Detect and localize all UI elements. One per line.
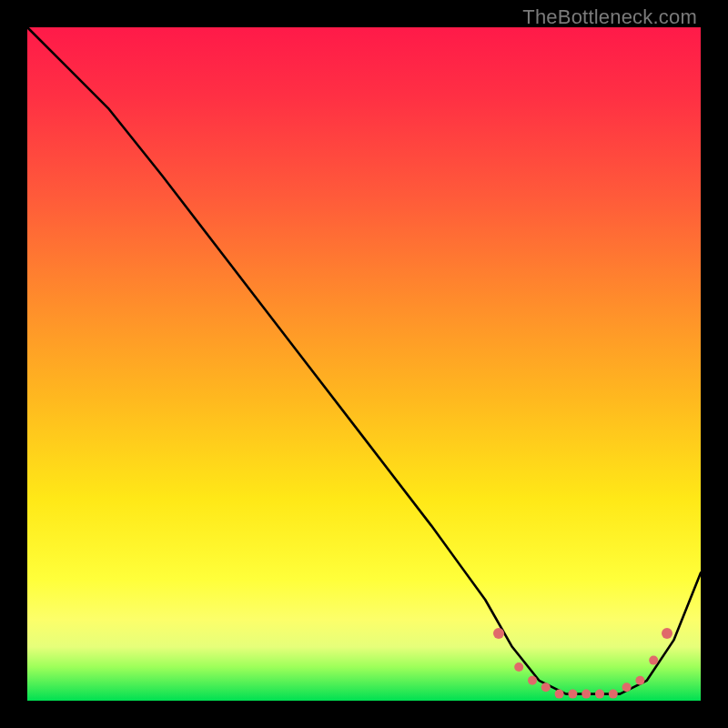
marker-dot — [528, 676, 537, 685]
curve-layer — [27, 27, 701, 694]
marker-dot — [649, 656, 658, 665]
chart-svg — [27, 27, 701, 701]
marker-points — [493, 628, 672, 699]
marker-dot — [555, 690, 564, 699]
marker-dot — [595, 690, 604, 699]
marker-dot — [514, 662, 523, 672]
marker-dot — [622, 682, 632, 692]
marker-dot — [541, 682, 551, 692]
plot-area — [27, 27, 701, 701]
marker-dot — [662, 628, 672, 639]
bottleneck-curve — [27, 27, 701, 694]
chart-frame: TheBottleneck.com — [0, 0, 728, 728]
watermark-label: TheBottleneck.com — [522, 5, 697, 29]
marker-dot — [568, 690, 577, 699]
marker-dot — [635, 676, 644, 685]
marker-dot — [609, 690, 618, 699]
marker-dot — [581, 690, 591, 699]
marker-dot — [493, 628, 504, 639]
